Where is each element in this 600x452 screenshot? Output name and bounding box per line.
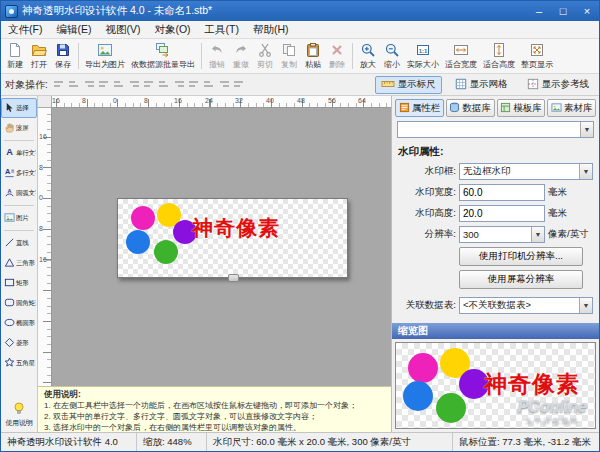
tool-multi-line-text[interactable]: A 多行文字 bbox=[1, 163, 37, 183]
tool-line[interactable]: 直线 bbox=[1, 233, 37, 253]
menu-view[interactable]: 视图(V) bbox=[98, 21, 147, 38]
object-selector-combobox[interactable]: ▼ bbox=[397, 121, 594, 138]
watermark-height-input[interactable] bbox=[459, 205, 545, 222]
tab-materials[interactable]: 素材库 bbox=[547, 99, 596, 117]
chevron-down-icon: ▼ bbox=[531, 227, 544, 242]
status-app-name: 神奇透明水印设计软件 4.0 bbox=[1, 433, 137, 451]
copy-icon bbox=[281, 42, 297, 58]
watermark-circle-blue[interactable] bbox=[126, 230, 150, 254]
tool-rectangle[interactable]: 矩形 bbox=[1, 273, 37, 293]
tool-triangle[interactable]: 三角形 bbox=[1, 253, 37, 273]
center-horizontal-icon bbox=[219, 80, 229, 89]
undo-button[interactable]: 撤销 bbox=[205, 40, 229, 72]
minimize-button[interactable]: – bbox=[527, 1, 551, 21]
copy-button[interactable]: 复制 bbox=[277, 40, 301, 72]
resolution-select[interactable]: 300 ▼ bbox=[459, 226, 545, 243]
open-button[interactable]: 打开 bbox=[27, 40, 51, 72]
help-box-title: 使用说明: bbox=[44, 389, 385, 401]
tool-arc-text[interactable]: A 圆弧文字 bbox=[1, 183, 37, 203]
tool-diamond[interactable]: 菱形 bbox=[1, 333, 37, 353]
width-label: 水印宽度: bbox=[398, 186, 456, 199]
space-vertical-button[interactable] bbox=[202, 76, 217, 93]
height-unit-label: 毫米 bbox=[548, 207, 567, 220]
tool-image[interactable]: 图片 bbox=[1, 208, 37, 228]
same-size-button[interactable] bbox=[172, 76, 187, 93]
new-button[interactable]: 新建 bbox=[3, 40, 27, 72]
watermark-text[interactable]: 神奇像素 bbox=[192, 214, 280, 242]
fit-height-icon bbox=[491, 42, 507, 58]
canvas-area[interactable]: 1680816243240485664 1680816 神奇像素 bbox=[38, 96, 391, 386]
menu-object[interactable]: 对象(O) bbox=[147, 21, 197, 38]
menu-tools[interactable]: 工具(T) bbox=[198, 21, 246, 38]
menu-file[interactable]: 文件(F) bbox=[1, 21, 49, 38]
image-icon bbox=[4, 212, 15, 225]
status-bar: 神奇透明水印设计软件 4.0 缩放: 448% 水印尺寸: 60.0 毫米 x … bbox=[1, 432, 599, 451]
usage-help-box: 使用说明: 1. 在左侧工具栏中选择一个功能后，在画布区域按住鼠标左键拖动，即可… bbox=[38, 386, 391, 432]
tool-pan[interactable]: 滚屏 bbox=[1, 118, 37, 138]
fit-width-icon bbox=[453, 42, 469, 58]
menu-edit[interactable]: 编辑(E) bbox=[49, 21, 98, 38]
maximize-button[interactable]: □ bbox=[551, 1, 575, 21]
star-icon bbox=[4, 357, 15, 370]
align-left-button[interactable] bbox=[52, 76, 67, 93]
align-center-button[interactable] bbox=[67, 76, 82, 93]
watermark-frame-select[interactable]: 无边框水印 ▼ bbox=[459, 163, 593, 180]
tool-star[interactable]: 五角星 bbox=[1, 353, 37, 373]
use-screen-resolution-button[interactable]: 使用屏幕分辨率 bbox=[459, 270, 583, 289]
watermark-circle-green[interactable] bbox=[154, 240, 178, 264]
paste-icon bbox=[305, 42, 321, 58]
align-right-button[interactable] bbox=[82, 76, 97, 93]
fit-page-button[interactable]: 整页显示 bbox=[518, 40, 556, 72]
align-top-button[interactable] bbox=[97, 76, 112, 93]
preview-circle-blue bbox=[403, 381, 433, 411]
tool-rounded-rectangle[interactable]: 圆角矩形 bbox=[1, 293, 37, 313]
tab-properties[interactable]: 属性栏 bbox=[395, 99, 444, 117]
tool-separator bbox=[4, 140, 34, 141]
cut-button[interactable]: 剪切 bbox=[253, 40, 277, 72]
usage-help-button[interactable]: 使用说明 bbox=[1, 399, 37, 432]
save-button[interactable]: 保存 bbox=[51, 40, 75, 72]
export-image-button[interactable]: 导出为图片 bbox=[82, 40, 128, 72]
center-vertical-button[interactable] bbox=[232, 76, 247, 93]
delete-icon bbox=[329, 42, 345, 58]
align-top-icon bbox=[99, 80, 109, 89]
same-height-button[interactable] bbox=[157, 76, 172, 93]
status-zoom-level: 缩放: 448% bbox=[137, 433, 207, 451]
fit-width-button[interactable]: 适合宽度 bbox=[442, 40, 480, 72]
ellipse-icon bbox=[4, 317, 15, 330]
paste-button[interactable]: 粘贴 bbox=[301, 40, 325, 72]
artboard-resize-handle[interactable] bbox=[228, 274, 239, 282]
tool-single-line-text[interactable]: A 单行文字 bbox=[1, 143, 37, 163]
menu-help[interactable]: 帮助(H) bbox=[246, 21, 296, 38]
zoom-in-button[interactable]: 放大 bbox=[356, 40, 380, 72]
data-table-select[interactable]: <不关联数据表> ▼ bbox=[459, 297, 593, 314]
actual-size-button[interactable]: 1:1 实际大小 bbox=[404, 40, 442, 72]
same-width-icon bbox=[144, 80, 154, 89]
tool-select[interactable]: 选择 bbox=[1, 98, 37, 118]
close-button[interactable]: × bbox=[575, 1, 599, 21]
redo-button[interactable]: 重做 bbox=[229, 40, 253, 72]
thumbnail-header: 缩览图 bbox=[392, 323, 599, 339]
delete-button[interactable]: 删除 bbox=[325, 40, 349, 72]
show-ruler-toggle[interactable]: 显示标尺 bbox=[375, 76, 442, 94]
watermark-width-input[interactable] bbox=[459, 184, 545, 201]
data-table-label: 关联数据表: bbox=[398, 299, 456, 312]
align-bottom-button[interactable] bbox=[127, 76, 142, 93]
tab-templates[interactable]: 模板库 bbox=[497, 99, 546, 117]
show-guides-toggle[interactable]: 显示参考线 bbox=[521, 76, 596, 94]
tab-database[interactable]: 数据库 bbox=[446, 99, 495, 117]
zoom-out-button[interactable]: 缩小 bbox=[380, 40, 404, 72]
watermark-artboard[interactable]: 神奇像素 bbox=[117, 198, 348, 278]
canvas-viewport[interactable]: 神奇像素 bbox=[52, 108, 391, 386]
fit-height-button[interactable]: 适合高度 bbox=[480, 40, 518, 72]
show-grid-toggle[interactable]: 显示网格 bbox=[449, 76, 514, 94]
tool-ellipse[interactable]: 椭圆形 bbox=[1, 313, 37, 333]
title-bar: 神奇透明水印设计软件 4.0 - 未命名1.stb* – □ × bbox=[1, 1, 599, 21]
center-horizontal-button[interactable] bbox=[217, 76, 232, 93]
batch-export-button[interactable]: 依数据源批量导出 bbox=[128, 40, 198, 72]
watermark-circle-magenta[interactable] bbox=[131, 206, 155, 230]
use-printer-resolution-button[interactable]: 使用打印机分辨率... bbox=[459, 247, 583, 266]
space-horizontal-button[interactable] bbox=[187, 76, 202, 93]
align-middle-button[interactable] bbox=[112, 76, 127, 93]
same-width-button[interactable] bbox=[142, 76, 157, 93]
